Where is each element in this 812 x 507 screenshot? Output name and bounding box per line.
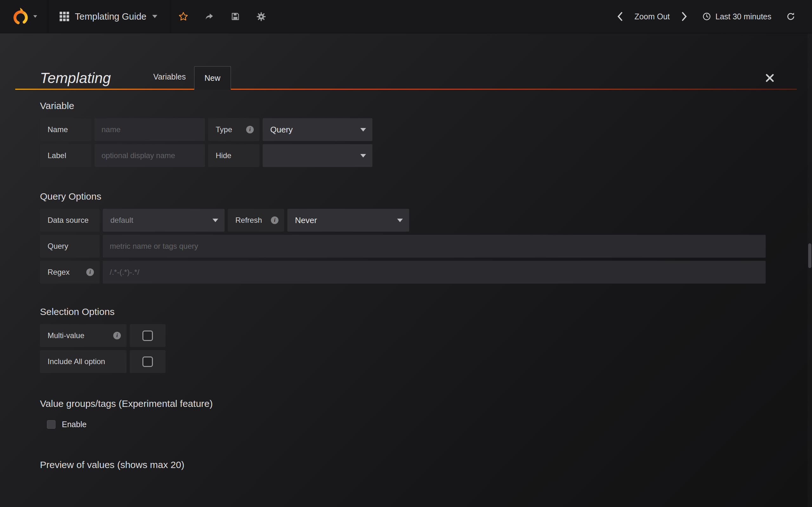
time-range-picker[interactable]: Last 30 minutes: [702, 12, 786, 21]
form-row: Multi-value i: [40, 324, 797, 347]
tab-variables[interactable]: Variables: [145, 72, 194, 90]
chevron-right-icon: [681, 12, 688, 21]
grafana-logo-icon: [11, 7, 30, 26]
regex-label-text: Regex: [48, 268, 69, 277]
caret-down-icon: [33, 15, 37, 18]
info-icon[interactable]: i: [86, 268, 94, 276]
time-shift-back-button[interactable]: [617, 12, 623, 21]
preview-heading: Preview of values (shows max 20): [40, 459, 797, 470]
data-source-select[interactable]: default: [103, 209, 224, 232]
form-row: Label Hide: [40, 144, 797, 167]
refresh-icon: [786, 12, 796, 21]
multi-value-checkbox-tile: [130, 324, 165, 347]
dashboard-grid-icon: [60, 12, 69, 21]
multi-value-label: Multi-value i: [40, 324, 126, 347]
scrollbar-track: [808, 33, 812, 507]
data-source-label: Data source: [40, 209, 100, 232]
query-options-section: Query Options Data source default Refres…: [15, 191, 797, 284]
caret-down-icon: [397, 219, 403, 222]
name-input[interactable]: [95, 118, 205, 141]
grafana-dashboard-page: { "navbar": { "title": "Templating Guide…: [0, 0, 812, 507]
selection-options-heading: Selection Options: [40, 306, 797, 317]
refresh-select[interactable]: Never: [287, 209, 409, 232]
form-row: Include All option: [40, 350, 797, 373]
info-icon[interactable]: i: [246, 126, 254, 133]
hide-label: Hide: [208, 144, 259, 167]
form-row: Query: [40, 235, 797, 258]
name-label: Name: [40, 118, 91, 141]
caret-down-icon: [212, 219, 218, 222]
chevron-left-icon: [617, 12, 623, 21]
enable-label: Enable: [62, 420, 87, 429]
type-label-text: Type: [216, 125, 232, 134]
type-select-value: Query: [270, 125, 293, 135]
include-all-label: Include All option: [40, 350, 126, 373]
save-button[interactable]: [222, 0, 248, 33]
caret-down-icon: [152, 15, 157, 18]
type-select[interactable]: Query: [263, 118, 372, 141]
time-range-label: Last 30 minutes: [716, 12, 772, 21]
navbar: Templating Guide: [0, 0, 812, 33]
info-icon[interactable]: i: [113, 332, 121, 339]
preview-section: Preview of values (shows max 20) Add: [15, 459, 797, 507]
share-icon: [205, 12, 214, 21]
scrollbar-thumb[interactable]: [808, 243, 811, 268]
navbar-right-controls: Zoom Out Last 30 minutes: [617, 0, 812, 33]
editor-tabs: Variables New: [145, 66, 231, 90]
star-button[interactable]: [170, 0, 196, 33]
regex-label: Regex i: [40, 261, 100, 284]
page-title: Templating: [40, 71, 111, 90]
hide-select[interactable]: [263, 144, 372, 167]
settings-button[interactable]: [248, 0, 274, 33]
save-icon: [231, 12, 240, 21]
info-icon[interactable]: i: [271, 216, 278, 224]
label-label: Label: [40, 144, 91, 167]
value-groups-section: Value groups/tags (Experimental feature)…: [15, 398, 797, 429]
variable-section: Variable Name Type i Query Label Hide: [15, 101, 797, 167]
label-input[interactable]: [95, 144, 205, 167]
regex-input[interactable]: [103, 261, 766, 284]
dashboard-title-menu[interactable]: Templating Guide: [48, 0, 170, 33]
header-accent-line: [15, 89, 797, 90]
query-options-heading: Query Options: [40, 191, 797, 202]
variable-heading: Variable: [40, 101, 797, 111]
form-row: Name Type i Query: [40, 118, 797, 141]
multi-value-checkbox[interactable]: [142, 331, 153, 341]
refresh-label-text: Refresh: [235, 216, 262, 225]
include-all-checkbox-tile: [130, 350, 165, 373]
type-label: Type i: [208, 118, 259, 141]
editor-header: Templating Variables New: [15, 60, 797, 90]
enable-row: Enable: [40, 420, 797, 429]
caret-down-icon: [360, 128, 366, 131]
gear-icon: [256, 11, 266, 22]
data-source-value: default: [110, 216, 133, 225]
clock-icon: [702, 12, 711, 21]
caret-down-icon: [360, 154, 366, 158]
query-label: Query: [40, 235, 100, 258]
query-input[interactable]: [103, 235, 766, 258]
close-icon: [764, 72, 775, 83]
selection-options-section: Selection Options Multi-value i Include …: [15, 306, 797, 373]
refresh-label: Refresh i: [228, 209, 284, 232]
navbar-actions: [170, 0, 274, 33]
form-row: Data source default Refresh i Never: [40, 209, 797, 232]
value-groups-heading: Value groups/tags (Experimental feature): [40, 398, 797, 409]
enable-checkbox[interactable]: [47, 420, 55, 429]
include-all-checkbox[interactable]: [142, 356, 153, 367]
grafana-logo-menu[interactable]: [0, 0, 48, 33]
star-icon: [178, 11, 189, 21]
time-zoom-controls: Zoom Out: [617, 12, 702, 21]
time-shift-forward-button[interactable]: [681, 12, 688, 21]
templating-editor: Templating Variables New Variable Name T…: [15, 60, 797, 507]
tab-new[interactable]: New: [194, 66, 231, 90]
refresh-select-value: Never: [295, 216, 317, 225]
multi-value-label-text: Multi-value: [48, 331, 84, 340]
share-button[interactable]: [196, 0, 222, 33]
form-row: Regex i: [40, 261, 797, 284]
refresh-button[interactable]: [786, 12, 796, 21]
zoom-out-button[interactable]: Zoom Out: [635, 12, 670, 21]
dashboard-title: Templating Guide: [75, 11, 147, 22]
close-editor-button[interactable]: [763, 71, 776, 84]
